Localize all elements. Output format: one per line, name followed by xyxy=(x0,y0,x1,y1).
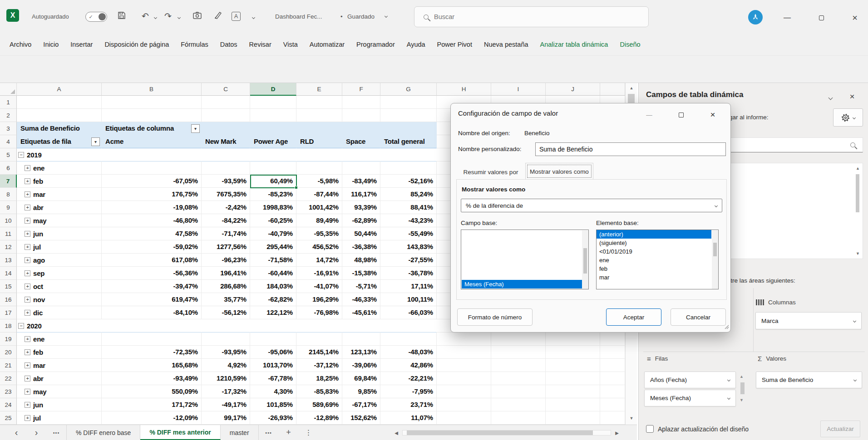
expand-collapse-button[interactable]: + xyxy=(25,178,30,184)
ribbon-tab-fórmulas[interactable]: Fórmulas xyxy=(175,41,214,48)
cell-G23[interactable]: -7,95% xyxy=(380,385,437,398)
document-title[interactable]: Dashboard Fec... xyxy=(275,13,322,20)
cell-F8[interactable]: 116,17% xyxy=(342,188,380,201)
cell-F3[interactable] xyxy=(342,122,380,135)
cell-A24[interactable]: +jun xyxy=(17,398,102,411)
cell-G10[interactable]: -43,23% xyxy=(380,214,437,227)
row-header-13[interactable]: 13 xyxy=(0,254,17,267)
cell-D1[interactable] xyxy=(250,96,296,109)
cell-F21[interactable]: -39,06% xyxy=(342,359,380,372)
cell-D12[interactable]: 295,44% xyxy=(250,240,296,254)
cell-D23[interactable]: 4,30% xyxy=(250,385,296,398)
cell-J25[interactable] xyxy=(546,411,600,425)
base-item-option[interactable]: ene xyxy=(597,256,711,264)
cell-A20[interactable]: +feb xyxy=(17,346,102,359)
row-header-19[interactable]: 19 xyxy=(0,332,17,346)
expand-collapse-button[interactable]: + xyxy=(25,415,30,421)
cell-H20[interactable] xyxy=(437,346,491,359)
cell-C19[interactable] xyxy=(202,332,250,346)
cell-E14[interactable]: -16,91% xyxy=(296,267,342,280)
cell-G24[interactable]: 23,71% xyxy=(380,398,437,411)
cell-J19[interactable] xyxy=(546,332,600,346)
cell-H23[interactable] xyxy=(437,385,491,398)
ribbon-tab-automatizar[interactable]: Automatizar xyxy=(304,41,350,48)
rows-field-chip-months[interactable]: Meses (Fecha) xyxy=(644,390,736,406)
cell-H24[interactable] xyxy=(437,398,491,411)
cell-F18[interactable] xyxy=(342,319,380,332)
restore-button[interactable] xyxy=(811,11,831,24)
cell-E7[interactable]: -5,98% xyxy=(296,175,342,188)
cancel-button[interactable]: Cancelar xyxy=(671,308,726,326)
expand-collapse-button[interactable]: − xyxy=(18,152,24,158)
cell-D18[interactable] xyxy=(250,319,296,332)
cell-A15[interactable]: +oct xyxy=(17,280,102,293)
cell-F6[interactable] xyxy=(342,161,380,175)
cell-A1[interactable] xyxy=(17,96,102,109)
cell-E6[interactable] xyxy=(296,161,342,175)
cell-F7[interactable]: -83,49% xyxy=(342,175,380,188)
cell-A5[interactable]: −2019 xyxy=(17,148,102,161)
row-header-24[interactable]: 24 xyxy=(0,398,17,411)
column-header-J[interactable]: J xyxy=(546,83,600,96)
cell-I23[interactable] xyxy=(491,385,546,398)
filter-button[interactable]: ▾ xyxy=(191,124,200,133)
cell-D9[interactable]: 1998,83% xyxy=(250,201,296,214)
cell-H19[interactable] xyxy=(437,332,491,346)
cell-G5[interactable] xyxy=(380,148,437,161)
list-scroll-up-icon[interactable]: ▲ xyxy=(856,166,860,171)
cell-A18[interactable]: −2020 xyxy=(17,319,102,332)
expand-collapse-button[interactable]: + xyxy=(25,297,30,303)
row-header-16[interactable]: 16 xyxy=(0,293,17,306)
expand-collapse-button[interactable]: + xyxy=(25,270,30,276)
dialog-title[interactable]: Configuración de campo de valor xyxy=(458,109,558,117)
base-item-option[interactable]: <01/01/2019 xyxy=(597,247,711,256)
cell-E15[interactable]: -41,07% xyxy=(296,280,342,293)
column-header-B[interactable]: B xyxy=(102,83,202,96)
cell-G2[interactable] xyxy=(380,109,437,122)
cell-D19[interactable] xyxy=(250,332,296,346)
search-box[interactable]: Buscar xyxy=(414,6,649,27)
cell-C5[interactable] xyxy=(202,148,250,161)
cell-B16[interactable]: 619,47% xyxy=(102,293,202,306)
cell-B9[interactable]: -19,08% xyxy=(102,201,202,214)
base-item-option[interactable]: (anterior) xyxy=(597,230,711,239)
row-header-23[interactable]: 23 xyxy=(0,385,17,398)
cell-E1[interactable] xyxy=(296,96,342,109)
cell-F11[interactable]: 50,44% xyxy=(342,227,380,240)
update-button[interactable]: Actualizar xyxy=(820,420,860,437)
close-button[interactable]: × xyxy=(845,11,865,24)
cell-D22[interactable]: -67,78% xyxy=(250,372,296,385)
expand-collapse-button[interactable]: + xyxy=(25,284,30,289)
cell-G13[interactable]: -27,55% xyxy=(380,254,437,267)
list-scroll-down-icon[interactable]: ▼ xyxy=(856,251,860,256)
row-header-1[interactable]: 1 xyxy=(0,96,17,109)
cell-B3[interactable]: Etiquetas de columna▾ xyxy=(102,122,202,135)
rows-scroll-up-icon[interactable]: ▲ xyxy=(740,374,744,379)
cell-E21[interactable]: -37,12% xyxy=(296,359,342,372)
number-format-button[interactable]: Formato de número xyxy=(457,308,533,326)
cell-F10[interactable]: -62,89% xyxy=(342,214,380,227)
cell-G16[interactable]: 100,11% xyxy=(380,293,437,306)
cell-C20[interactable]: -93,95% xyxy=(202,346,250,359)
cell-A16[interactable]: +nov xyxy=(17,293,102,306)
cell-A13[interactable]: +ago xyxy=(17,254,102,267)
cell-B7[interactable]: -67,05% xyxy=(102,175,202,188)
cell-C1[interactable] xyxy=(202,96,250,109)
cell-G3[interactable] xyxy=(380,122,437,135)
more-sheets-left-button[interactable]: ••• xyxy=(46,425,66,440)
columns-field-chip[interactable]: Marca xyxy=(755,312,862,329)
cell-E17[interactable]: -76,98% xyxy=(296,306,342,319)
pane-collapse-button[interactable] xyxy=(824,91,837,104)
cell-C11[interactable]: -71,74% xyxy=(202,227,250,240)
cell-C18[interactable] xyxy=(202,319,250,332)
cell-H25[interactable] xyxy=(437,411,491,425)
cell-G12[interactable]: 143,83% xyxy=(380,240,437,254)
cell-A19[interactable]: +ene xyxy=(17,332,102,346)
cell-F17[interactable]: -45,61% xyxy=(342,306,380,319)
cell-D11[interactable]: -40,79% xyxy=(250,227,296,240)
minimize-button[interactable]: — xyxy=(777,11,797,24)
cell-D4[interactable]: Power Age xyxy=(250,135,296,148)
row-header-9[interactable]: 9 xyxy=(0,201,17,214)
cell-B10[interactable]: -46,80% xyxy=(102,214,202,227)
row-header-17[interactable]: 17 xyxy=(0,306,17,319)
